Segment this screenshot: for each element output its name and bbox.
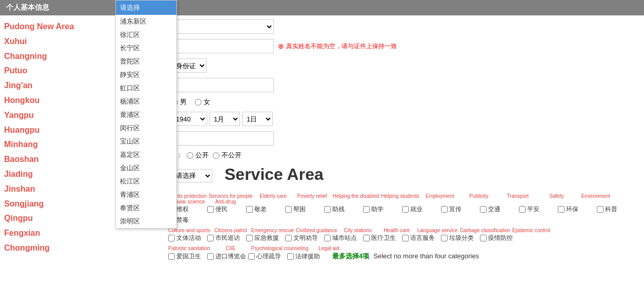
service-checkbox-label[interactable]: 宣传 xyxy=(441,205,478,214)
page-container: 个人基本信息 Pudong New AreaXuhuiChangningPutu… xyxy=(0,0,644,307)
district-item[interactable]: 嘉定区 xyxy=(116,148,176,161)
bg-district-item: Jing'an xyxy=(4,78,109,93)
service-zh-label: 维权 xyxy=(176,205,189,214)
service-checkbox[interactable] xyxy=(519,206,526,213)
service-checkbox-label[interactable]: 敬老 xyxy=(246,205,283,214)
service-checkbox-label[interactable]: 疫情防控 xyxy=(480,234,517,242)
service-checkbox-label[interactable]: 城市站点 xyxy=(324,234,361,242)
service-checkbox-label[interactable]: 科普 xyxy=(597,205,634,214)
volunteer-no-option[interactable]: 不公开 xyxy=(213,151,242,160)
service-checkbox-label[interactable]: 文体活动 xyxy=(168,234,205,242)
district-item[interactable]: 徐汇区 xyxy=(116,28,176,42)
row2-labels: Culture and sportsCitizens patrolEmergen… xyxy=(168,228,636,233)
service-checkbox[interactable] xyxy=(168,235,175,241)
service-en-label: Helping students xyxy=(381,193,419,199)
district-item[interactable]: 金山区 xyxy=(116,161,176,175)
service-checkbox-label[interactable]: 医疗卫生 xyxy=(363,234,400,242)
sex-options: 男 女 xyxy=(171,97,210,107)
service-checkbox[interactable] xyxy=(441,206,448,213)
service-checkbox-label[interactable]: 平安 xyxy=(519,205,556,214)
birthday-day-select[interactable]: 1日2日3日4日5日6日7日8日9日10日11日12日13日14日15日16日1… xyxy=(242,112,273,126)
service-checkbox[interactable] xyxy=(402,206,409,213)
sex-female-option[interactable]: 女 xyxy=(195,97,210,107)
service-checkbox[interactable] xyxy=(480,206,487,213)
district-item[interactable]: 闵行区 xyxy=(116,121,176,135)
bg-district-item: Songjiang xyxy=(4,197,109,212)
service-zh-label: 文明劝导 xyxy=(293,234,318,242)
service-checkbox[interactable] xyxy=(324,206,331,213)
volunteer-no-radio[interactable] xyxy=(213,152,219,159)
service-checkbox-label[interactable]: 交通 xyxy=(480,205,517,214)
service-checkbox[interactable] xyxy=(363,206,370,213)
service-checkbox[interactable] xyxy=(207,253,214,260)
service-checkbox[interactable] xyxy=(168,253,175,260)
service-checkbox-label[interactable]: 进口博览会 xyxy=(207,252,246,261)
district-item[interactable]: 浦东新区 xyxy=(116,15,176,28)
id-number-input[interactable] xyxy=(171,78,274,92)
service-checkbox[interactable] xyxy=(363,235,370,241)
service-checkbox-label[interactable]: 就业 xyxy=(402,205,439,214)
district-item[interactable]: 虹口区 xyxy=(116,81,176,95)
district-item[interactable]: 静安区 xyxy=(116,68,176,81)
service-checkbox[interactable] xyxy=(287,253,294,260)
service-checkbox-label[interactable]: 心理疏导 xyxy=(248,252,285,261)
birthday-month-select[interactable]: 1月2月3月4月5月6月7月8月9月10月11月12月 xyxy=(209,112,240,126)
service-checkbox-label[interactable]: 语言服务 xyxy=(402,234,439,242)
service-checkbox[interactable] xyxy=(285,235,292,241)
service-checkbox[interactable] xyxy=(285,206,292,213)
service-zh-label: 语言服务 xyxy=(410,234,435,242)
district-item[interactable]: 奉贤区 xyxy=(116,201,176,215)
row1-checkboxes: 维权便民敬老帮困助残助学就业宣传交通平安环保科普禁毒 xyxy=(168,205,636,224)
district-item[interactable]: 松江区 xyxy=(116,175,176,188)
service-checkbox-label[interactable]: 环保 xyxy=(558,205,595,214)
service-checkbox[interactable] xyxy=(207,206,214,213)
service-checkbox[interactable] xyxy=(248,253,255,260)
country-select[interactable] xyxy=(171,19,274,34)
service-checkbox[interactable] xyxy=(246,206,253,213)
service-checkbox[interactable] xyxy=(246,235,253,241)
service-checkbox[interactable] xyxy=(441,235,448,241)
service-checkbox-label[interactable]: 法律援助 xyxy=(287,252,324,261)
phone-input[interactable] xyxy=(171,131,274,146)
district-item[interactable]: 黄浦区 xyxy=(116,108,176,121)
service-zh-label: 应急救援 xyxy=(254,234,279,242)
service-area-row: * 服务区域： 请选择 Service Area xyxy=(121,165,636,186)
service-checkbox[interactable] xyxy=(207,235,214,241)
service-checkbox-label[interactable]: 便民 xyxy=(207,205,244,214)
service-en-label: Citizens patrol xyxy=(212,228,249,233)
birthday-row: * 出生日期： 19401941194219431944194519461947… xyxy=(121,112,636,126)
district-item[interactable]: 长宁区 xyxy=(116,42,176,55)
service-checkbox-label[interactable]: 助残 xyxy=(324,205,361,214)
id-type-row: * 证件类型： 身份证 xyxy=(121,58,636,73)
sex-row: * 性别： 男 女 xyxy=(121,97,636,107)
service-checkbox-label[interactable]: 垃圾分类 xyxy=(441,234,478,242)
service-checkbox-label[interactable]: 应急救援 xyxy=(246,234,283,242)
service-checkbox-label[interactable]: 帮困 xyxy=(285,205,322,214)
district-item[interactable]: 杨浦区 xyxy=(116,95,176,108)
service-checkbox-label[interactable]: 助学 xyxy=(363,205,400,214)
service-en-label: Poverty relief xyxy=(294,193,331,199)
service-checkbox[interactable] xyxy=(480,235,487,241)
phone-row: * 手机： xyxy=(121,131,636,146)
district-item[interactable]: 青浦区 xyxy=(116,188,176,201)
district-item[interactable]: 崇明区 xyxy=(116,215,176,228)
service-en-label: Garbage classification xyxy=(460,228,510,233)
service-checkbox[interactable] xyxy=(558,206,565,213)
service-checkbox[interactable] xyxy=(597,206,603,213)
service-checkbox[interactable] xyxy=(402,235,409,241)
service-checkbox-label[interactable]: 爱国卫生 xyxy=(168,252,205,261)
service-zh-label: 医疗卫生 xyxy=(371,234,396,242)
sex-female-radio[interactable] xyxy=(195,99,202,106)
district-item[interactable]: 普陀区 xyxy=(116,55,176,68)
service-en-label: Publicity xyxy=(460,193,497,199)
service-en-label: Epidemic control xyxy=(512,228,550,233)
service-checkbox-label[interactable]: 市民巡访 xyxy=(207,234,244,242)
service-checkbox-label[interactable]: 文明劝导 xyxy=(285,234,322,242)
service-area-select[interactable]: 请选择 xyxy=(171,169,212,182)
realname-input[interactable] xyxy=(171,39,274,53)
dropdown-header: 请选择 xyxy=(116,1,176,15)
volunteer-yes-radio[interactable] xyxy=(187,152,193,159)
district-item[interactable]: 宝山区 xyxy=(116,135,176,148)
volunteer-yes-option[interactable]: 公开 xyxy=(187,151,209,160)
service-checkbox[interactable] xyxy=(324,235,331,241)
